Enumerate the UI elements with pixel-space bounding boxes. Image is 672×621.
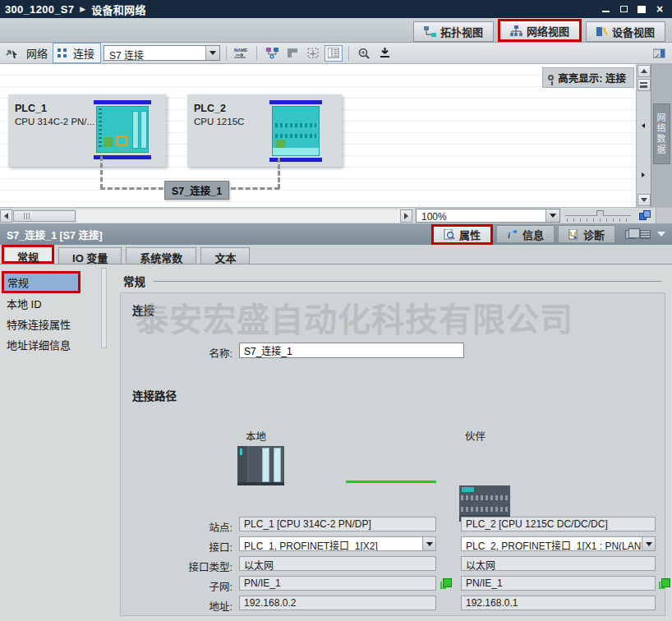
show-names-icon[interactable]: NAME <box>232 45 251 62</box>
splitter-left-icon <box>642 123 645 128</box>
interface-partner-select[interactable]: PLC_2, PROFINET接口_1[X1 : PN(LAN)] <box>461 536 656 551</box>
address-row: 地址: 192.168.0.2 192.168.0.1 <box>124 596 665 615</box>
vertical-scroll-track[interactable] <box>637 92 651 193</box>
connection-name-input[interactable] <box>239 343 464 358</box>
tab-properties[interactable]: 属性 <box>431 224 493 245</box>
tab-diagnostics[interactable]: 诊断 <box>558 225 615 243</box>
float-panel-icon[interactable] <box>625 230 636 239</box>
save-window-settings-icon[interactable] <box>375 45 394 62</box>
nav-item-address-details[interactable]: 地址详细信息 <box>0 334 113 355</box>
subnet-connected-icon <box>443 578 452 587</box>
local-device-image <box>237 446 284 485</box>
dropdown-button[interactable] <box>642 537 655 550</box>
zoom-combo[interactable]: 100% <box>416 209 560 223</box>
plc2-device-image[interactable] <box>272 106 320 156</box>
title-bar: 300_1200_S7 ▶ 设备和网络 × <box>0 0 672 18</box>
chevron-down-icon <box>550 214 556 218</box>
collapse-panel-icon[interactable] <box>651 45 669 62</box>
connections-label: 连接 <box>73 45 94 61</box>
collapse-inspector-icon[interactable] <box>657 232 665 237</box>
side-tab-network-data[interactable]: 网络数据 <box>653 104 670 164</box>
interface-local-select[interactable]: PLC_1, PROFINET接口_1[X2] <box>239 536 436 551</box>
highlight-label: 高亮显示: 连接 <box>558 70 626 85</box>
connection-type-combo[interactable]: S7 连接 <box>104 45 220 61</box>
restore-button[interactable] <box>616 2 631 16</box>
prop-tab-io-tags[interactable]: IO 变量 <box>58 247 122 264</box>
plc1-device-image[interactable] <box>96 106 149 153</box>
nav-item-general[interactable]: 常规 <box>2 271 81 293</box>
device-base <box>273 148 319 155</box>
local-label: 本地 <box>246 428 266 444</box>
zoom-value: 100% <box>417 209 545 222</box>
connection-line-left[interactable] <box>100 156 103 189</box>
port-green[interactable] <box>104 137 113 147</box>
tab-device-view[interactable]: 设备视图 <box>586 21 665 42</box>
device-slot <box>274 448 281 482</box>
tab-network-view[interactable]: 网络视图 <box>498 19 582 42</box>
scroll-down-button[interactable] <box>637 194 651 206</box>
name-label: 名称: <box>124 345 232 361</box>
overview-menu-button[interactable] <box>637 79 651 91</box>
tab-info[interactable]: i 信息 <box>496 225 555 243</box>
connection-type-dropdown-button[interactable] <box>205 46 219 60</box>
connections-mode-button[interactable]: 连接 <box>53 43 101 63</box>
horizontal-scroll-track[interactable] <box>76 209 400 223</box>
splitter-right-icon <box>642 172 645 177</box>
zoom-bar-corner <box>656 208 672 223</box>
station-label: 站点: <box>124 519 232 535</box>
connection-label[interactable]: S7_连接_1 <box>164 181 229 200</box>
zoom-slider[interactable] <box>565 210 631 222</box>
zoom-icon[interactable] <box>355 45 373 62</box>
zoom-bar: 100% <box>0 207 672 223</box>
scroll-right-button[interactable] <box>400 209 412 223</box>
slider-thumb[interactable] <box>596 210 604 218</box>
breadcrumb-page[interactable]: 设备和网络 <box>91 2 146 17</box>
scroll-left-button[interactable] <box>0 209 12 223</box>
zoom-dropdown-button[interactable] <box>545 209 559 222</box>
grid-icon[interactable] <box>304 45 322 62</box>
network-canvas[interactable]: 高亮显示: 连接 PLC_1 CPU 314C-2 PN/... PLC_2 <box>0 64 636 207</box>
interface-row: 接口: PLC_1, PROFINET接口_1[X2] PLC_2, PROFI… <box>124 536 665 556</box>
properties-icon <box>444 229 455 240</box>
scroll-up-button[interactable] <box>637 65 651 77</box>
dropdown-button[interactable] <box>422 537 435 550</box>
panel-list-icon[interactable] <box>640 230 651 239</box>
inspector-header-icons <box>625 230 665 239</box>
nav-item-local-id[interactable]: 本地 ID <box>0 293 113 314</box>
tia-portal-window: 300_1200_S7 ▶ 设备和网络 × 拓扑视图 网络视图 设备视图 网络 <box>0 0 672 621</box>
highlight-chip[interactable]: 高亮显示: 连接 <box>542 67 634 88</box>
general-heading-text: 常规 <box>123 273 145 289</box>
terminal-stripe <box>275 123 316 127</box>
svg-text:i: i <box>508 230 511 240</box>
select-network-icon[interactable] <box>3 45 21 62</box>
address-partner-field: 192.168.0.1 <box>461 596 656 610</box>
page-break-preview-icon[interactable] <box>283 45 301 62</box>
toolbar-separator <box>256 46 257 61</box>
prop-tab-system-constants[interactable]: 系统常数 <box>126 247 196 264</box>
tab-topology-view[interactable]: 拓扑视图 <box>413 21 494 42</box>
grip-icon <box>24 213 30 219</box>
horizontal-scroll-thumb[interactable] <box>13 210 76 222</box>
prop-tab-general[interactable]: 常规 <box>2 245 54 264</box>
interface-type-local-field: 以太网 <box>239 556 436 571</box>
split-editor-icon[interactable] <box>324 45 343 62</box>
connection-line-right[interactable] <box>278 158 280 189</box>
port-selected-outline <box>117 136 127 146</box>
subnet-partner-field: PN/IE_1 <box>461 576 656 591</box>
prop-tab-texts[interactable]: 文本 <box>200 247 250 264</box>
vertical-scrollbar[interactable] <box>636 64 651 207</box>
nav-item-special-connection-properties[interactable]: 特殊连接属性 <box>0 314 113 334</box>
breadcrumb-project[interactable]: 300_1200_S7 <box>5 3 74 16</box>
network-mode-label[interactable]: 网络 <box>26 45 48 61</box>
svg-text:NAME: NAME <box>234 48 248 53</box>
tab-label: 属性 <box>459 227 481 242</box>
relations-icon[interactable] <box>263 45 281 62</box>
plc1-device-box[interactable]: PLC_1 CPU 314C-2 PN/... <box>8 94 166 167</box>
minimize-button[interactable] <box>598 2 613 16</box>
fit-to-view-icon[interactable] <box>639 210 652 222</box>
maximize-button[interactable] <box>634 2 649 16</box>
plc2-device-box[interactable]: PLC_2 CPU 1215C <box>187 94 342 167</box>
general-groupbox: 泰安宏盛自动化科技有限公司 连接 名称: 连接路径 本地 伙伴 <box>120 292 665 616</box>
close-button[interactable]: × <box>652 2 667 16</box>
connection-section-title: 连接 <box>132 301 665 318</box>
